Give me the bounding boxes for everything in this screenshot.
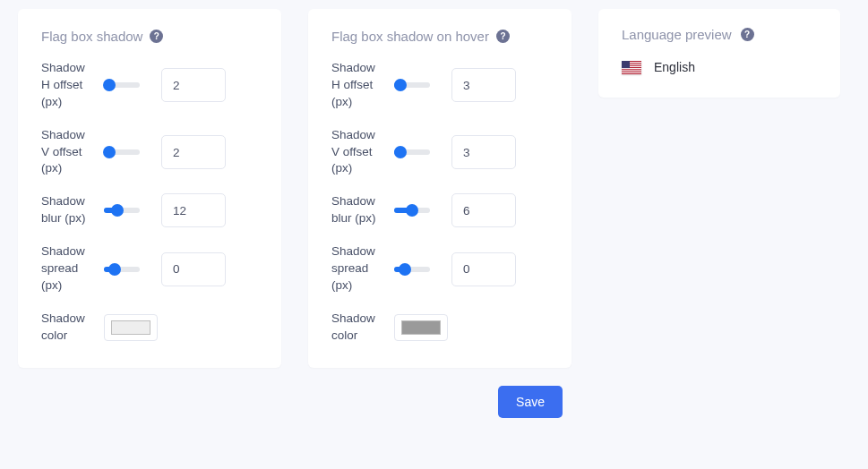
panel-title: Language preview: [622, 27, 732, 42]
save-button[interactable]: Save: [498, 386, 563, 418]
shadow-spread-label: Shadow spread (px): [331, 243, 380, 294]
shadow-v-offset-slider[interactable]: [104, 149, 140, 155]
panel-title-row: Language preview ?: [622, 27, 817, 42]
shadow-blur-input[interactable]: [161, 193, 226, 227]
shadow-spread-slider[interactable]: [104, 267, 140, 272]
shadow-v-offset-input[interactable]: [451, 135, 516, 169]
shadow-color-swatch: [401, 320, 441, 335]
shadow-v-offset-label: Shadow V offset (px): [41, 127, 90, 178]
shadow-blur-slider[interactable]: [394, 208, 430, 213]
shadow-blur-row: Shadow blur (px): [331, 193, 548, 227]
shadow-h-offset-row: Shadow H offset (px): [41, 60, 258, 111]
shadow-h-offset-row: Shadow H offset (px): [331, 60, 548, 111]
shadow-blur-label: Shadow blur (px): [331, 193, 380, 227]
shadow-spread-label: Shadow spread (px): [41, 243, 90, 294]
shadow-spread-row: Shadow spread (px): [331, 243, 548, 294]
panel-title: Flag box shadow: [41, 29, 142, 44]
shadow-color-row: Shadow color: [41, 311, 258, 345]
shadow-spread-input[interactable]: [161, 252, 226, 286]
shadow-color-label: Shadow color: [331, 311, 380, 345]
shadow-spread-slider[interactable]: [394, 267, 430, 272]
shadow-color-picker[interactable]: [104, 314, 158, 341]
svg-rect-7: [622, 61, 630, 68]
shadow-color-swatch: [111, 320, 150, 335]
shadow-v-offset-row: Shadow V offset (px): [41, 127, 258, 178]
shadow-h-offset-input[interactable]: [451, 68, 516, 102]
shadow-blur-label: Shadow blur (px): [41, 193, 90, 227]
shadow-blur-input[interactable]: [451, 193, 516, 227]
help-icon[interactable]: ?: [496, 30, 510, 43]
help-icon[interactable]: ?: [741, 28, 754, 41]
shadow-h-offset-input[interactable]: [161, 68, 226, 102]
language-preview-item: English: [622, 60, 817, 74]
flag-box-shadow-panel: Flag box shadow ? Shadow H offset (px) S…: [18, 9, 281, 368]
svg-rect-6: [622, 72, 641, 72]
shadow-color-row: Shadow color: [331, 311, 548, 345]
shadow-v-offset-slider[interactable]: [394, 149, 430, 155]
flag-box-shadow-hover-panel: Flag box shadow on hover ? Shadow H offs…: [308, 9, 572, 368]
shadow-color-label: Shadow color: [41, 311, 90, 345]
save-row: Save: [0, 368, 580, 418]
shadow-blur-row: Shadow blur (px): [41, 193, 258, 227]
shadow-color-picker[interactable]: [394, 314, 448, 341]
shadow-blur-slider[interactable]: [104, 208, 140, 213]
shadow-h-offset-label: Shadow H offset (px): [41, 60, 90, 111]
shadow-h-offset-label: Shadow H offset (px): [331, 60, 380, 111]
panel-title-row: Flag box shadow ?: [41, 29, 258, 44]
shadow-v-offset-input[interactable]: [161, 135, 226, 169]
panel-title: Flag box shadow on hover: [331, 29, 489, 44]
language-name: English: [654, 60, 695, 74]
panel-title-row: Flag box shadow on hover ?: [331, 29, 548, 44]
shadow-spread-row: Shadow spread (px): [41, 243, 258, 294]
svg-rect-5: [622, 70, 641, 71]
shadow-v-offset-label: Shadow V offset (px): [331, 127, 380, 178]
shadow-v-offset-row: Shadow V offset (px): [331, 127, 548, 178]
help-icon[interactable]: ?: [150, 30, 163, 43]
shadow-h-offset-slider[interactable]: [104, 82, 140, 88]
language-preview-panel: Language preview ? English: [598, 9, 840, 98]
us-flag-icon: [622, 61, 641, 74]
shadow-h-offset-slider[interactable]: [394, 82, 430, 88]
shadow-spread-input[interactable]: [451, 252, 516, 286]
svg-rect-4: [622, 68, 641, 69]
